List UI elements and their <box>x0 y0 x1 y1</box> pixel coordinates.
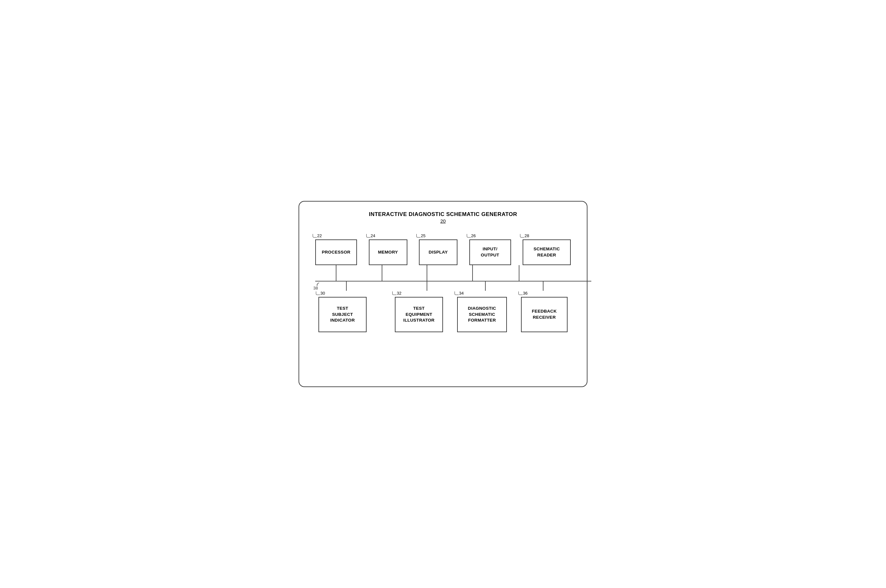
processor-box: PROCESSOR <box>315 239 357 265</box>
test-subject-number: 30 <box>318 291 325 296</box>
diagram-container: INTERACTIVE DIAGNOSTIC SCHEMATIC GENERAT… <box>298 201 588 387</box>
display-number: 25 <box>419 233 425 238</box>
bottom-row: 30 TESTSUBJECTINDICATOR 32 TESTEQUIPMENT… <box>312 291 574 332</box>
svg-text:38: 38 <box>313 286 318 291</box>
diagnostic-box: DIAGNOSTICSCHEMATICFORMATTER <box>457 297 507 332</box>
inputoutput-number: 26 <box>469 233 476 238</box>
diagnostic-number: 34 <box>457 291 463 296</box>
feedback-wrapper: 36 FEEDBACKRECEIVER <box>521 291 568 332</box>
display-wrapper: 25 DISPLAY <box>419 233 457 265</box>
schematic-reader-box: SCHEMATICREADER <box>523 239 571 265</box>
processor-number: 22 <box>315 233 322 238</box>
inputoutput-wrapper: 26 INPUT/OUTPUT <box>469 233 511 265</box>
feedback-box: FEEDBACKRECEIVER <box>521 297 568 332</box>
connector-svg: 38 <box>312 265 574 291</box>
schematic-reader-wrapper: 28 SCHEMATICREADER <box>523 233 571 265</box>
top-row: 22 PROCESSOR 24 MEMORY 25 DISPLAY 26 INP… <box>312 233 574 265</box>
processor-wrapper: 22 PROCESSOR <box>315 233 357 265</box>
display-box: DISPLAY <box>419 239 457 265</box>
memory-box: MEMORY <box>369 239 407 265</box>
diagram-label: 20 <box>312 218 574 224</box>
test-subject-box: TESTSUBJECTINDICATOR <box>318 297 367 332</box>
memory-wrapper: 24 MEMORY <box>369 233 407 265</box>
test-equipment-wrapper: 32 TESTEQUIPMENTILLUSTRATOR <box>395 291 443 332</box>
feedback-number: 36 <box>521 291 528 296</box>
test-equipment-box: TESTEQUIPMENTILLUSTRATOR <box>395 297 443 332</box>
diagnostic-wrapper: 34 DIAGNOSTICSCHEMATICFORMATTER <box>457 291 507 332</box>
memory-number: 24 <box>369 233 375 238</box>
inputoutput-box: INPUT/OUTPUT <box>469 239 511 265</box>
diagram-title: INTERACTIVE DIAGNOSTIC SCHEMATIC GENERAT… <box>312 211 574 218</box>
test-equipment-number: 32 <box>395 291 401 296</box>
schematic-reader-number: 28 <box>523 233 529 238</box>
test-subject-wrapper: 30 TESTSUBJECTINDICATOR <box>318 291 367 332</box>
